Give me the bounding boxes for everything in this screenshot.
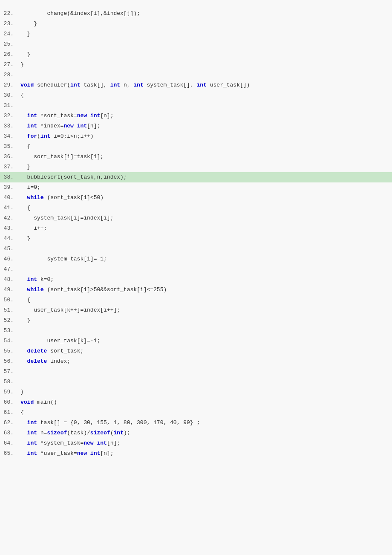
code-line-24: 24. } — [0, 29, 392, 39]
line-content-29: void scheduler(int task[], int n, int sy… — [17, 81, 250, 90]
code-editor: 22. change(&index[i],&index[j]); 23. } 2… — [0, 0, 392, 555]
code-line-57: 57. — [0, 367, 392, 377]
line-number-50: 50. — [0, 295, 17, 305]
line-number-32: 32. — [0, 111, 17, 121]
code-line-49: 49. while (sort_task[i]>50&&sort_task[i]… — [0, 285, 392, 295]
line-content-40: while (sort_task[i]<50) — [17, 193, 104, 202]
line-number-60: 60. — [0, 398, 17, 407]
line-number-52: 52. — [0, 316, 17, 325]
line-content-44: } — [17, 234, 30, 243]
line-number-38: 38. — [0, 173, 17, 182]
line-number-26: 26. — [0, 50, 17, 59]
line-number-44: 44. — [0, 234, 17, 243]
line-number-28: 28. — [0, 70, 17, 80]
line-number-61: 61. — [0, 408, 17, 417]
code-line-55: 55. delete sort_task; — [0, 346, 392, 356]
code-line-39: 39. i=0; — [0, 182, 392, 193]
code-line-52: 52. } — [0, 315, 392, 326]
line-number-55: 55. — [0, 347, 17, 356]
line-number-54: 54. — [0, 336, 17, 346]
code-line-54: 54. user_task[k]=-1; — [0, 336, 392, 346]
code-line-56: 56. delete index; — [0, 356, 392, 367]
line-content-30: { — [17, 91, 24, 100]
code-line-45: 45. — [0, 244, 392, 254]
line-content-55: delete sort_task; — [17, 347, 84, 356]
line-content-36: sort_task[i]=task[i]; — [17, 152, 104, 162]
line-number-45: 45. — [0, 244, 17, 254]
line-content-62: int task[] = {0, 30, 155, 1, 80, 300, 17… — [17, 418, 200, 428]
code-line-26: 26. } — [0, 49, 392, 60]
line-content-41: { — [17, 203, 30, 213]
line-number-41: 41. — [0, 203, 17, 213]
code-line-58: 58. — [0, 377, 392, 387]
code-line-37: 37. } — [0, 162, 392, 172]
line-content-38: bubblesort(sort_task,n,index); — [17, 173, 127, 182]
line-number-59: 59. — [0, 387, 17, 397]
line-content-65: int *user_task=new int[n]; — [17, 449, 113, 458]
line-number-27: 27. — [0, 60, 17, 69]
code-line-36: 36. sort_task[i]=task[i]; — [0, 152, 392, 162]
line-content-46: system_task[i]=-1; — [17, 254, 107, 264]
code-line-53: 53. — [0, 326, 392, 336]
line-number-33: 33. — [0, 121, 17, 131]
line-number-37: 37. — [0, 162, 17, 172]
code-line-60: 60. void main() — [0, 397, 392, 408]
code-line-23: 23. } — [0, 19, 392, 29]
code-line-48: 48. int k=0; — [0, 275, 392, 285]
line-number-46: 46. — [0, 254, 17, 264]
code-line-62: 62. int task[] = {0, 30, 155, 1, 80, 300… — [0, 418, 392, 428]
line-number-35: 35. — [0, 142, 17, 151]
line-content-63: int n=sizeof(task)/sizeof(int); — [17, 428, 130, 438]
line-number-47: 47. — [0, 265, 17, 274]
line-content-42: system_task[i]=index[i]; — [17, 214, 113, 223]
line-content-24: } — [17, 29, 30, 39]
code-line-41: 41. { — [0, 203, 392, 213]
code-line-27: 27. } — [0, 60, 392, 70]
line-number-64: 64. — [0, 439, 17, 448]
line-number-51: 51. — [0, 306, 17, 315]
line-content-56: delete index; — [17, 357, 70, 366]
line-number-22: 22. — [0, 9, 17, 18]
code-line-43: 43. i++; — [0, 223, 392, 234]
line-content-26: } — [17, 50, 30, 59]
code-line-29: 29. void scheduler(int task[], int n, in… — [0, 80, 392, 90]
code-line-34: 34. for(int i=0;i<n;i++) — [0, 131, 392, 142]
line-content-22: change(&index[i],&index[j]); — [17, 9, 140, 18]
code-line-63: 63. int n=sizeof(task)/sizeof(int); — [0, 428, 392, 438]
line-number-25: 25. — [0, 40, 17, 49]
line-content-27: } — [17, 60, 24, 69]
line-content-52: } — [17, 316, 30, 325]
line-content-61: { — [17, 408, 24, 417]
line-number-58: 58. — [0, 377, 17, 387]
line-number-43: 43. — [0, 224, 17, 233]
line-content-39: i=0; — [17, 183, 40, 192]
line-content-51: user_task[k++]=index[i++]; — [17, 306, 120, 315]
code-line-38: 38. bubblesort(sort_task,n,index); — [0, 172, 392, 182]
line-number-42: 42. — [0, 214, 17, 223]
line-number-49: 49. — [0, 285, 17, 295]
line-content-49: while (sort_task[i]>50&&sort_task[i]<=25… — [17, 285, 167, 295]
code-line-28: 28. — [0, 70, 392, 80]
code-line-33: 33. int *index=new int[n]; — [0, 121, 392, 131]
line-number-62: 62. — [0, 418, 17, 428]
code-line-44: 44. } — [0, 234, 392, 244]
code-line-32: 32. int *sort_task=new int[n]; — [0, 111, 392, 121]
line-number-56: 56. — [0, 357, 17, 366]
line-number-53: 53. — [0, 326, 17, 335]
code-line-51: 51. user_task[k++]=index[i++]; — [0, 305, 392, 315]
line-number-34: 34. — [0, 132, 17, 141]
line-content-64: int *system_task=new int[n]; — [17, 439, 120, 448]
line-number-40: 40. — [0, 193, 17, 202]
line-content-34: for(int i=0;i<n;i++) — [17, 132, 94, 141]
code-line-65: 65. int *user_task=new int[n]; — [0, 448, 392, 459]
code-line-25: 25. — [0, 39, 392, 49]
line-content-50: { — [17, 295, 30, 305]
line-content-43: i++; — [17, 224, 47, 233]
line-number-65: 65. — [0, 449, 17, 458]
line-content-48: int k=0; — [17, 275, 54, 284]
line-number-36: 36. — [0, 152, 17, 162]
code-line-47: 47. — [0, 264, 392, 275]
code-line-35: 35. { — [0, 142, 392, 152]
line-number-48: 48. — [0, 275, 17, 284]
line-number-57: 57. — [0, 367, 17, 376]
